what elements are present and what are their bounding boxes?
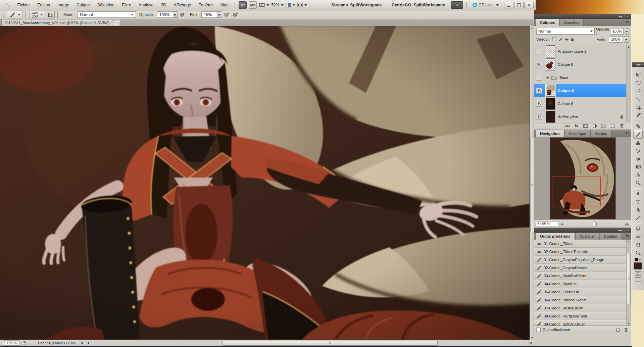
tool-pen[interactable]: [634, 190, 642, 198]
view-extras-button[interactable]: [259, 2, 269, 8]
screen-mode-button-small[interactable]: [635, 277, 641, 282]
layer-opacity-slider-button[interactable]: ▶: [625, 28, 629, 35]
navigator-zoom-input[interactable]: 51.95 %: [536, 221, 558, 227]
preset-item[interactable]: 06-Cedric_PinceauRond: [534, 296, 627, 304]
layer-thumbnail[interactable]: [546, 111, 555, 123]
new-group-icon[interactable]: [601, 123, 607, 129]
navigator-proxy-view[interactable]: [552, 177, 601, 206]
close-button[interactable]: ✕: [524, 2, 534, 8]
tab-scripts[interactable]: Scripts: [591, 130, 611, 137]
presets-scroll-thumb[interactable]: [627, 253, 631, 304]
visibility-toggle[interactable]: [534, 84, 543, 97]
visibility-toggle[interactable]: [534, 110, 543, 123]
close-panel-icon[interactable]: ✕: [627, 15, 629, 18]
collapse-panels-icon[interactable]: ◀◀: [618, 15, 622, 18]
tool-lasso[interactable]: [634, 87, 642, 95]
menu-fenetre[interactable]: Fenêtre: [195, 1, 216, 9]
layer-thumbnail[interactable]: [546, 98, 555, 110]
flow-input[interactable]: 15%: [201, 11, 217, 18]
tool-move[interactable]: [634, 71, 642, 79]
opacity-input[interactable]: 100%: [157, 11, 173, 18]
tab-calques[interactable]: Calques: [536, 19, 559, 26]
canvas-vertical-scrollbar[interactable]: ▲ ▼: [530, 26, 534, 340]
brush-preset-picker[interactable]: 250: [29, 11, 45, 18]
tab-navigation[interactable]: Navigation: [536, 130, 564, 137]
scroll-up-icon[interactable]: ▲: [627, 240, 631, 243]
menu-image[interactable]: Image: [54, 1, 72, 9]
lock-all-icon[interactable]: [571, 37, 574, 42]
layer-mask-icon[interactable]: [583, 123, 589, 129]
navigator-zoom-slider[interactable]: [566, 224, 622, 224]
visibility-toggle[interactable]: [534, 71, 543, 84]
status-zoom-input[interactable]: 51,95 %: [3, 340, 19, 346]
panel-menu-icon[interactable]: ▼≡: [625, 20, 629, 24]
workspace-overflow-button[interactable]: »: [451, 1, 463, 9]
tool-preset-picker[interactable]: [7, 11, 22, 18]
tool-smudge[interactable]: [634, 171, 642, 179]
layer-opacity-input[interactable]: 100%: [611, 28, 623, 35]
layer-row-calque6[interactable]: Calque 6: [534, 97, 631, 110]
layer-style-icon[interactable]: fx: [574, 123, 580, 129]
preset-item[interactable]: 07-Cedric_BristleBrush: [534, 304, 627, 312]
new-layer-icon[interactable]: [610, 123, 616, 129]
scroll-up-icon[interactable]: ▲: [530, 27, 534, 29]
tool-eraser[interactable]: [634, 155, 642, 163]
workspace-streams-button[interactable]: Streams_SplitWorkspace: [327, 3, 386, 7]
drag-grip[interactable]: [3, 12, 4, 18]
menu-affichage[interactable]: Affichage: [170, 1, 194, 9]
collapse-panels-icon[interactable]: ◀◀: [618, 229, 622, 232]
navigator-thumbnail[interactable]: [550, 137, 616, 219]
zoom-out-icon[interactable]: [560, 223, 564, 225]
swap-colors-icon[interactable]: ⇄: [639, 258, 641, 261]
foreground-color-swatch[interactable]: [634, 262, 642, 270]
tab-couleur[interactable]: Couleur: [600, 233, 622, 240]
tablet-size-button[interactable]: [232, 11, 239, 18]
preset-item[interactable]: 08-Cedric_HardDryBrush: [534, 312, 627, 320]
preset-item[interactable]: 05-Cedric_FeutreFin: [534, 288, 627, 296]
zoom-slider-thumb[interactable]: [593, 221, 597, 227]
tool-history-brush[interactable]: [634, 147, 642, 155]
tool-type[interactable]: [634, 198, 642, 206]
scroll-left-icon[interactable]: ◀: [87, 341, 89, 344]
document-tab[interactable]: 20190311_BriarAnniversary_V06.psd @ 52% …: [1, 19, 120, 26]
workspace-cedricgo-button[interactable]: CedricGO_SplitWorkspace: [387, 3, 450, 7]
tool-clone-stamp[interactable]: [634, 139, 642, 147]
tab-outils-predefinis[interactable]: Outils prédéfinis: [536, 233, 575, 240]
adjustment-layer-icon[interactable]: [592, 123, 598, 129]
lock-transparency-icon[interactable]: [552, 37, 556, 41]
tab-historique[interactable]: Historique: [564, 130, 591, 137]
delete-layer-icon[interactable]: [619, 123, 625, 129]
group-expander-icon[interactable]: ▶: [547, 76, 549, 79]
screen-mode-button[interactable]: [297, 2, 307, 8]
layer-row-anatomy[interactable]: Anatomy copie 2: [534, 45, 631, 58]
tool-magic-wand[interactable]: [634, 95, 642, 103]
layer-row-calque9-selected[interactable]: Calque 9: [534, 84, 631, 97]
arrange-documents-button[interactable]: [286, 2, 295, 8]
mini-bridge-button[interactable]: Mb: [249, 1, 257, 9]
tool-spot-healing-brush[interactable]: [634, 122, 642, 130]
visibility-toggle[interactable]: [534, 58, 543, 71]
layer-thumbnail[interactable]: [546, 58, 555, 70]
close-panel-icon[interactable]: ✕: [627, 229, 629, 232]
menu-aide[interactable]: Aide: [217, 1, 232, 9]
preset-item[interactable]: 01-Cedric_Efface: [534, 240, 627, 248]
close-panel-icon[interactable]: ✕: [641, 63, 643, 66]
collapse-panels-icon[interactable]: ◀◀: [636, 63, 640, 66]
tool-hand[interactable]: [634, 241, 642, 249]
tool-eyedropper[interactable]: [634, 111, 642, 119]
layer-row-calque8[interactable]: Calque 8: [534, 58, 631, 71]
document-close-icon[interactable]: ✕: [112, 20, 117, 25]
panel-menu-icon[interactable]: ▼≡: [625, 132, 629, 135]
minimize-button[interactable]: [504, 2, 513, 8]
tool-3d-camera-rotate[interactable]: [634, 233, 642, 241]
preset-item[interactable]: 09-Cedric_SoftDryBrush: [534, 320, 627, 326]
preset-item[interactable]: 03-Cedric_StyloBallPoint: [534, 272, 627, 280]
tool-rectangular-marquee[interactable]: [634, 79, 642, 87]
layer-row-base-group[interactable]: ▶ Base: [534, 71, 631, 84]
tablet-opacity-button[interactable]: [179, 11, 186, 18]
layers-scrollbar[interactable]: ▲: [626, 45, 631, 122]
fill-input[interactable]: 100%: [609, 36, 623, 43]
presets-scrollbar[interactable]: ▲ ▼: [626, 240, 631, 326]
menu-fichier[interactable]: Fichier: [14, 1, 34, 9]
tool-zoom[interactable]: [634, 249, 642, 257]
